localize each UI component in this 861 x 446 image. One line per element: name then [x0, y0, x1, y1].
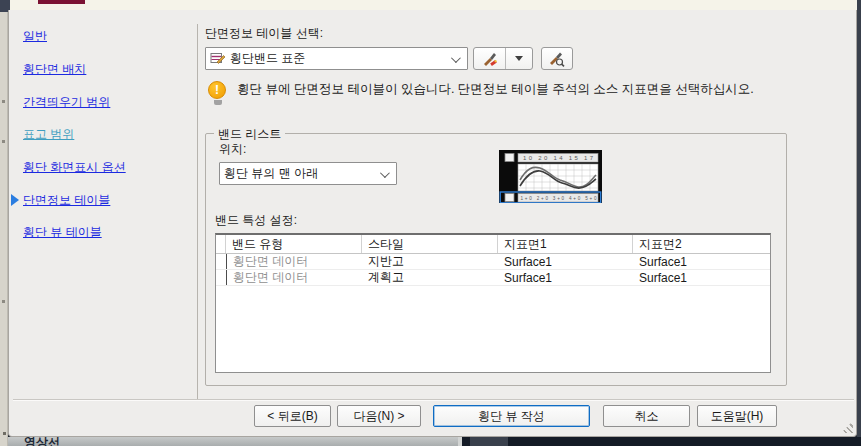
sidebar-item-section-placement[interactable]: 횡단면 배치 — [23, 61, 86, 77]
row-selector-header — [216, 235, 226, 253]
sidebar-item-label: 횡단 뷰 테이블 — [23, 225, 102, 239]
column-header-band-type[interactable]: 밴드 유형 — [226, 235, 362, 253]
warning-lightbulb-icon: ! — [208, 81, 228, 109]
warning-exclamation: ! — [208, 81, 226, 99]
chevron-down-icon — [380, 168, 390, 178]
band-position-preview: 10 20 14 15 17 1+0 2+0 3+0 4+0 — [499, 150, 602, 203]
background-layer-text: 영상선 — [24, 437, 60, 446]
band-properties-label: 밴드 특성 설정: — [215, 212, 297, 229]
sidebar-item-label: 횡단면 배치 — [23, 62, 86, 76]
cell-style[interactable]: 지반고 — [362, 254, 498, 269]
band-position-label: 위치: — [219, 141, 246, 158]
sidebar-item-section-view-tables[interactable]: 횡단 뷰 테이블 — [23, 224, 102, 240]
background-app-toolbar-marks — [2, 100, 5, 103]
preview-top-checkbox — [505, 154, 514, 162]
sidebar-item-elevation-range[interactable]: 표고 범위 — [23, 126, 74, 142]
dropdown-arrow-icon — [515, 56, 523, 61]
band-set-value: 횡단밴드 표준 — [230, 50, 305, 67]
column-header-style[interactable]: 스타일 — [362, 235, 498, 253]
style-picker-icon — [549, 51, 565, 67]
next-button[interactable]: 다음(N) > — [337, 405, 421, 427]
band-position-value: 횡단 뷰의 맨 아래 — [224, 165, 318, 182]
help-button[interactable]: 도움말(H) — [697, 405, 777, 427]
row-selector[interactable] — [216, 270, 226, 285]
preview-top-ticks: 10 20 14 15 17 — [523, 155, 594, 161]
band-list-groupbox: 밴드 리스트 위치: 횡단 뷰의 맨 아래 10 20 14 15 17 — [205, 133, 787, 386]
band-set-combobox[interactable]: 횡단밴드 표준 — [205, 47, 468, 70]
sidebar-item-label: 횡단 화면표시 옵션 — [23, 160, 126, 174]
column-header-surface1[interactable]: 지표면1 — [498, 235, 633, 253]
create-section-view-wizard-dialog: 일반 횡단면 배치 간격띄우기 범위 표고 범위 횡단 화면표시 옵션 단면정보… — [8, 10, 857, 437]
sidebar-item-general[interactable]: 일반 — [23, 28, 47, 44]
edit-band-set-split-button[interactable] — [473, 47, 533, 70]
band-set-icon — [210, 51, 226, 66]
cancel-button[interactable]: 취소 — [603, 405, 690, 427]
background-dark-bar-patch — [470, 437, 508, 446]
band-properties-table[interactable]: 밴드 유형 스타일 지표면1 지표면2 횡단면 데이터 지반고 Surface1… — [215, 233, 771, 373]
back-button[interactable]: < 뒤로(B) — [254, 405, 331, 427]
background-app-bottom-panel: 영상선 — [8, 437, 458, 446]
current-step-arrow-icon — [11, 194, 19, 206]
pick-style-button[interactable] — [541, 47, 573, 70]
cell-band-type: 횡단면 데이터 — [226, 254, 362, 269]
warning-message: 횡단 뷰에 단면정보 테이블이 있습니다. 단면정보 테이블 주석의 소스 지표… — [237, 82, 825, 97]
row-selector[interactable] — [216, 254, 226, 269]
dialog-resize-grip[interactable] — [841, 421, 853, 433]
background-app-dark-bar — [462, 437, 861, 446]
table-row[interactable]: 횡단면 데이터 지반고 Surface1 Surface1 — [216, 254, 770, 270]
sidebar-item-offset-range[interactable]: 간격띄우기 범위 — [23, 94, 110, 110]
dialog-titlebar-edge — [8, 0, 857, 10]
band-set-select-label: 단면정보 테이블 선택: — [205, 25, 323, 42]
table-header-row: 밴드 유형 스타일 지표면1 지표면2 — [216, 235, 770, 254]
column-header-surface2[interactable]: 지표면2 — [633, 235, 770, 253]
footer-separator — [13, 399, 854, 400]
screen: 영상선 일반 횡단면 배치 간격띄우기 범위 표고 범위 횡단 화면표시 옵션 … — [0, 0, 861, 446]
cell-band-type: 횡단면 데이터 — [226, 270, 362, 285]
cell-style[interactable]: 계획고 — [362, 270, 498, 285]
sidebar-item-label: 표고 범위 — [23, 127, 74, 141]
band-position-combobox[interactable]: 횡단 뷰의 맨 아래 — [219, 162, 397, 185]
table-row[interactable]: 횡단면 데이터 계획고 Surface1 Surface1 — [216, 270, 770, 286]
warning-icon-base — [214, 100, 222, 105]
edit-style-dropdown-arrow[interactable] — [505, 48, 532, 69]
cell-surface1[interactable]: Surface1 — [498, 270, 633, 285]
create-section-view-button[interactable]: 횡단 뷰 작성 — [433, 405, 590, 427]
sidebar-separator — [197, 24, 198, 400]
cell-surface2[interactable]: Surface1 — [633, 270, 770, 285]
background-app-left-toolbar — [0, 0, 8, 446]
sidebar-item-label: 일반 — [23, 29, 47, 43]
sidebar-item-label: 간격띄우기 범위 — [23, 95, 110, 109]
chevron-down-icon — [451, 53, 461, 63]
sidebar-item-section-display-options[interactable]: 횡단 화면표시 옵션 — [23, 159, 126, 175]
titlebar-red-accent — [38, 0, 85, 4]
sidebar-item-data-bands[interactable]: 단면정보 테이블 — [23, 192, 110, 208]
background-app-right-edge — [857, 0, 861, 446]
sidebar-item-label: 단면정보 테이블 — [23, 193, 110, 207]
cell-surface2[interactable]: Surface1 — [633, 254, 770, 269]
preview-bottom-checkbox — [505, 194, 514, 202]
cell-surface1[interactable]: Surface1 — [498, 254, 633, 269]
edit-style-icon[interactable] — [474, 48, 505, 69]
